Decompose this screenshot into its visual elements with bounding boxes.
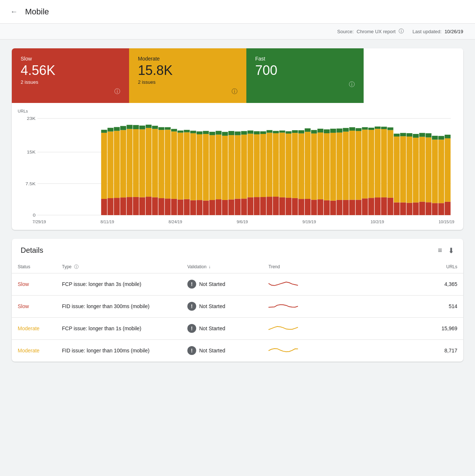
row-validation: !Not Started: [181, 295, 263, 317]
svg-rect-110: [318, 199, 323, 215]
svg-rect-86: [267, 197, 273, 215]
svg-rect-93: [279, 132, 285, 197]
row-urls: 4,365: [314, 273, 463, 295]
details-header: Details ≡ ⬇: [12, 239, 463, 261]
svg-rect-48: [184, 132, 190, 199]
svg-rect-152: [406, 203, 412, 215]
moderate-issues: 2 issues: [138, 79, 238, 85]
svg-rect-39: [165, 130, 171, 199]
svg-rect-73: [235, 131, 240, 135]
svg-rect-112: [318, 128, 323, 132]
svg-rect-80: [254, 197, 260, 215]
validation-status-icon: !: [187, 280, 196, 289]
svg-rect-16: [114, 127, 120, 131]
chart-container: 07.5K15K23K: [18, 115, 454, 218]
svg-text:7.5K: 7.5K: [25, 181, 35, 186]
svg-text:23K: 23K: [27, 116, 36, 121]
svg-rect-135: [368, 130, 374, 198]
svg-rect-114: [324, 133, 330, 200]
svg-rect-158: [419, 201, 425, 215]
th-validation[interactable]: Validation ↓: [181, 261, 263, 273]
svg-rect-54: [197, 134, 202, 200]
svg-rect-62: [216, 199, 222, 215]
summary-chart-card: Slow 4.56K 2 issues ⓘ Moderate 15.8K 2 i…: [12, 48, 463, 230]
source-help-icon[interactable]: ⓘ: [399, 28, 404, 35]
svg-rect-30: [146, 128, 152, 196]
svg-rect-167: [438, 203, 444, 215]
validation-status-text: Not Started: [199, 281, 225, 287]
moderate-help-icon[interactable]: ⓘ: [232, 88, 238, 96]
svg-rect-155: [413, 202, 419, 215]
fast-label: Fast: [255, 56, 355, 62]
svg-rect-118: [330, 128, 336, 132]
svg-rect-21: [126, 129, 132, 197]
svg-rect-106: [305, 128, 311, 131]
summary-moderate: Moderate 15.8K 2 issues ⓘ: [129, 48, 246, 103]
row-validation: !Not Started: [181, 273, 263, 295]
svg-rect-156: [413, 138, 419, 203]
svg-rect-49: [184, 130, 190, 132]
download-icon[interactable]: ⬇: [448, 246, 454, 255]
svg-rect-105: [305, 132, 311, 199]
fast-help-icon[interactable]: ⓘ: [349, 81, 355, 89]
svg-rect-123: [343, 131, 349, 200]
svg-rect-149: [400, 202, 406, 215]
svg-rect-64: [216, 131, 222, 134]
trend-line-svg: [268, 346, 298, 355]
type-help-icon[interactable]: ⓘ: [74, 264, 79, 269]
svg-rect-99: [292, 133, 298, 198]
svg-rect-18: [120, 130, 126, 197]
svg-rect-92: [279, 197, 285, 215]
svg-rect-141: [381, 129, 387, 197]
svg-rect-136: [368, 128, 374, 130]
svg-rect-20: [126, 197, 132, 215]
table-row: SlowFID issue: longer than 300ms (mobile…: [12, 295, 463, 317]
fast-value: 700: [255, 63, 355, 78]
x-label: 9/6/19: [237, 220, 248, 224]
svg-rect-60: [209, 135, 215, 200]
svg-rect-82: [254, 131, 260, 134]
svg-rect-89: [273, 197, 279, 215]
table-wrapper: Status Type ⓘ Validation ↓ Trend URLs: [12, 261, 463, 362]
svg-rect-74: [241, 199, 247, 215]
row-trend: [263, 317, 314, 339]
svg-rect-148: [394, 134, 400, 137]
svg-rect-98: [292, 198, 298, 215]
svg-rect-137: [375, 197, 381, 215]
svg-rect-140: [381, 197, 387, 215]
svg-rect-58: [203, 131, 209, 134]
x-label: 9/19/19: [302, 220, 316, 224]
x-label: 10/2/19: [371, 220, 384, 224]
svg-rect-125: [349, 200, 355, 215]
svg-rect-50: [190, 200, 196, 215]
table-head: Status Type ⓘ Validation ↓ Trend URLs: [12, 261, 463, 273]
svg-rect-150: [400, 136, 406, 202]
svg-rect-45: [177, 132, 183, 199]
svg-rect-169: [438, 136, 444, 139]
svg-rect-32: [152, 197, 158, 215]
th-status: Status: [12, 261, 56, 273]
svg-rect-144: [387, 130, 393, 197]
svg-rect-117: [330, 132, 336, 200]
svg-rect-127: [349, 127, 355, 130]
svg-rect-19: [120, 126, 126, 130]
svg-rect-61: [209, 132, 215, 135]
slow-help-icon[interactable]: ⓘ: [114, 88, 120, 96]
svg-text:0: 0: [33, 213, 36, 218]
svg-rect-70: [228, 131, 234, 135]
svg-rect-77: [247, 197, 253, 215]
filter-icon[interactable]: ≡: [438, 246, 442, 255]
svg-rect-69: [228, 135, 234, 199]
svg-rect-65: [222, 200, 228, 215]
svg-rect-111: [318, 132, 323, 199]
svg-rect-23: [133, 197, 139, 215]
row-urls: 514: [314, 295, 463, 317]
table-body: SlowFCP issue: longer than 3s (mobile)!N…: [12, 273, 463, 362]
back-button[interactable]: ←: [9, 6, 19, 17]
source-name: Chrome UX report: [357, 29, 395, 34]
svg-rect-87: [267, 132, 273, 196]
svg-rect-84: [260, 134, 266, 197]
details-actions: ≡ ⬇: [438, 246, 454, 255]
svg-rect-143: [387, 197, 393, 215]
svg-rect-43: [171, 129, 177, 131]
